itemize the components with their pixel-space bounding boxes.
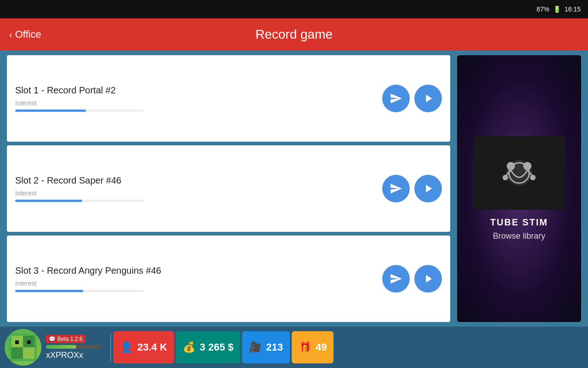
svg-rect-14 [27,340,31,344]
items-icon: 🎁 [299,341,311,353]
slot-card-2: Slot 2 - Record Saper #46 Interest [7,145,450,232]
slot1-action1-button[interactable] [382,85,410,112]
slot-actions-2 [382,175,442,202]
slot-info-3: Slot 3 - Record Angry Penguins #46 Inter… [15,265,382,292]
slot-card-1: Slot 1 - Record Portal #2 Interest [7,55,450,142]
slot-interest-label-2: Interest [15,190,382,197]
slot2-action2-button[interactable] [414,175,442,202]
game-icon-container [473,136,565,210]
side-panel[interactable]: TUBE STIM Browse library [457,55,581,322]
main-content: Slot 1 - Record Portal #2 Interest Slot … [0,51,588,327]
followers-icon: 👤 [120,341,133,353]
slot3-action2-button[interactable] [414,265,442,293]
interest-bar-bg-3 [15,290,144,292]
slot-title-3: Slot 3 - Record Angry Penguins #46 [15,265,382,276]
chat-icon: 💬 [49,336,56,342]
game-title: TUBE STIM [490,217,548,228]
stat-block-money: 💰 3 265 $ [176,331,240,363]
videos-value: 213 [266,341,283,353]
svg-rect-11 [11,347,23,359]
player-name: xXPROXx [46,351,101,360]
play-icon-2 [422,182,435,195]
back-label: Office [15,29,41,40]
version-text: Beta 1.2.6 [57,336,83,342]
money-icon: 💰 [183,341,195,353]
svg-point-7 [530,175,536,180]
stat-block-videos: 🎥 213 [242,331,290,363]
svg-point-3 [523,162,531,170]
interest-bar-fill-3 [15,290,83,292]
slot-interest-label-1: Interest [15,99,382,107]
back-button[interactable]: ‹ Office [9,29,41,40]
money-value: 3 265 $ [200,341,233,353]
interest-bar-bg-2 [15,200,144,202]
svg-point-2 [507,162,515,170]
slots-list: Slot 1 - Record Portal #2 Interest Slot … [7,55,450,322]
battery-level: 87% [537,6,549,13]
status-bar: 87% 🔋 16:15 [0,0,588,18]
send-icon-1 [390,92,402,105]
page-title: Record game [255,27,333,42]
xp-fill [46,345,76,349]
battery-icon: 🔋 [553,6,561,13]
slot-info-2: Slot 2 - Record Saper #46 Interest [15,175,382,202]
interest-bar-bg-1 [15,109,144,112]
slot-interest-label-3: Interest [15,280,382,287]
player-info: 💬 Beta 1.2.6 xXPROXx [46,335,101,360]
slot1-action2-button[interactable] [414,85,442,112]
interest-bar-fill-2 [15,200,82,202]
send-icon-3 [390,272,402,285]
header: ‹ Office Record game [0,18,588,51]
version-badge: 💬 Beta 1.2.6 [46,335,85,343]
slot-title-1: Slot 1 - Record Portal #2 [15,85,382,96]
player-avatar [5,329,41,366]
slot-actions-3 [382,265,442,293]
chevron-left-icon: ‹ [9,29,12,40]
status-info: 87% 🔋 16:15 [537,6,581,13]
items-value: 49 [316,341,327,353]
slot2-action1-button[interactable] [382,175,410,202]
avatar-icon [7,331,39,363]
interest-bar-fill-1 [15,109,86,112]
slot-card-3: Slot 3 - Record Angry Penguins #46 Inter… [7,236,450,322]
stat-divider-0 [110,334,111,361]
slot-info-1: Slot 1 - Record Portal #2 Interest [15,85,382,112]
svg-rect-13 [15,340,19,344]
svg-rect-12 [23,347,34,359]
video-icon: 🎥 [249,341,261,353]
slot-actions-1 [382,85,442,112]
stat-block-items: 🎁 49 [292,331,334,363]
xp-bar [46,345,101,349]
slot-title-2: Slot 2 - Record Saper #46 [15,175,382,186]
slot3-action1-button[interactable] [382,265,410,293]
bottom-bar: 💬 Beta 1.2.6 xXPROXx 👤 23.4 K 💰 3 265 $ … [0,327,588,368]
play-icon-1 [422,92,435,105]
steam-logo-icon [492,152,547,194]
play-icon-3 [422,272,435,285]
svg-point-6 [503,175,508,180]
stat-block-followers: 👤 23.4 K [113,331,174,363]
followers-value: 23.4 K [137,341,167,353]
time-display: 16:15 [565,6,581,13]
send-icon-2 [390,182,402,195]
browse-library-label: Browse library [493,231,545,241]
